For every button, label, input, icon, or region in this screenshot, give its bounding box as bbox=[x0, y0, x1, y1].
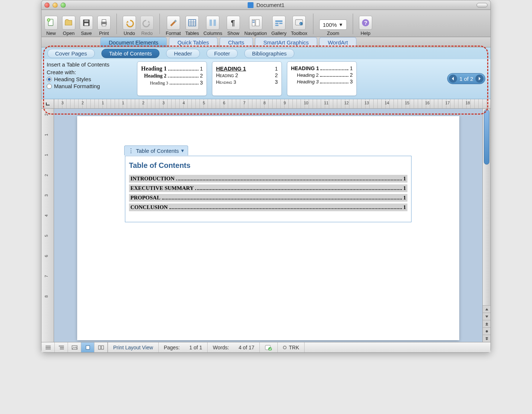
ruler-corner-button[interactable] bbox=[42, 99, 54, 108]
titlebar-grip[interactable] bbox=[477, 3, 488, 7]
format-button[interactable]: Format bbox=[165, 16, 181, 36]
toc-entry[interactable]: EXECUTIVE SUMMARY1 bbox=[129, 184, 407, 192]
leader-dots bbox=[162, 199, 402, 199]
svg-rect-7 bbox=[102, 24, 106, 26]
toc-entry[interactable]: INTRODUCTION1 bbox=[129, 175, 407, 183]
ruler-number: 17 bbox=[445, 101, 450, 105]
subtab-cover-pages[interactable]: Cover Pages bbox=[47, 49, 95, 58]
horizontal-ruler[interactable]: 321123456789101112131415161718 bbox=[54, 99, 490, 108]
print-button[interactable]: Print bbox=[97, 16, 111, 36]
toc-field-tab[interactable]: ⋮ Table of Contents ▾ bbox=[124, 145, 188, 155]
tab-smartart[interactable]: SmartArt Graphics bbox=[255, 37, 317, 47]
tab-charts[interactable]: Charts bbox=[220, 37, 253, 47]
svg-text:i: i bbox=[300, 22, 301, 25]
navigation-button[interactable]: Navigation bbox=[244, 16, 267, 36]
close-button[interactable] bbox=[44, 3, 50, 8]
radio-heading-styles[interactable]: Heading Styles bbox=[47, 76, 132, 82]
word-count-status[interactable]: Words: 4 of 17 bbox=[208, 342, 260, 352]
document-page[interactable]: ⋮ Table of Contents ▾ Table of Contents … bbox=[77, 116, 459, 340]
prev-page-button[interactable] bbox=[483, 320, 490, 327]
scroll-thumb[interactable] bbox=[484, 109, 489, 165]
toc-entry-page: 1 bbox=[403, 195, 406, 201]
ruler-number: 1 bbox=[44, 134, 48, 136]
toc-style-1[interactable]: Heading 11 Heading 22 Heading 33 bbox=[137, 61, 207, 96]
toc-entry[interactable]: PROPOSAL1 bbox=[129, 194, 407, 202]
toc-style-3[interactable]: HEADING 11 Heading 22 Heading 33 bbox=[287, 61, 357, 96]
next-page-button[interactable] bbox=[483, 335, 490, 342]
undo-button[interactable]: Undo bbox=[122, 16, 137, 36]
vertical-ruler[interactable]: 2112345678 bbox=[42, 109, 54, 342]
svg-rect-14 bbox=[256, 19, 259, 26]
subtab-header[interactable]: Header bbox=[166, 49, 200, 58]
current-view-label: Print Layout View bbox=[108, 342, 159, 352]
toc-entry-text: EXECUTIVE SUMMARY bbox=[130, 185, 194, 191]
show-button[interactable]: ¶ Show bbox=[226, 16, 241, 36]
zoom-control[interactable]: 100% ▾ Zoom bbox=[319, 19, 347, 36]
vertical-scrollbar[interactable] bbox=[482, 109, 490, 342]
tab-wordart[interactable]: WordArt bbox=[319, 37, 356, 47]
radio-icon bbox=[47, 77, 52, 82]
scroll-track[interactable] bbox=[483, 109, 490, 305]
ruler-number: 2 bbox=[142, 101, 144, 105]
help-button[interactable]: ? Help bbox=[358, 16, 373, 36]
zoom-button[interactable] bbox=[61, 3, 66, 8]
ruler-number: 12 bbox=[344, 101, 349, 105]
toc-entry-page: 1 bbox=[403, 204, 406, 210]
ruler-number: 4 bbox=[183, 101, 185, 105]
pager-prev-button[interactable] bbox=[449, 75, 457, 83]
radio-manual-formatting[interactable]: Manual Formatting bbox=[47, 83, 132, 89]
page-status[interactable]: Pages: 1 of 1 bbox=[159, 342, 208, 352]
minimize-button[interactable] bbox=[53, 3, 58, 8]
ruler-number: 1 bbox=[102, 101, 104, 105]
redo-button[interactable]: Redo bbox=[140, 16, 154, 36]
pager-next-button[interactable] bbox=[475, 75, 484, 83]
ruler-number: 18 bbox=[466, 101, 470, 105]
toolbox-button[interactable]: i Toolbox bbox=[290, 16, 308, 36]
print-icon bbox=[97, 16, 111, 30]
gallery-button[interactable]: Gallery bbox=[270, 16, 287, 36]
view-print-layout-button[interactable] bbox=[81, 342, 94, 352]
subtab-table-of-contents[interactable]: Table of Contents bbox=[101, 49, 160, 58]
toc-style-2[interactable]: HEADING 11 Heading 22 Heading 33 bbox=[212, 61, 282, 96]
ruler-number: 15 bbox=[405, 101, 409, 105]
track-changes-status[interactable]: TRK bbox=[278, 342, 305, 352]
tab-document-elements[interactable]: Document Elements bbox=[100, 37, 167, 47]
scroll-up-button[interactable] bbox=[483, 305, 490, 313]
subtab-footer[interactable]: Footer bbox=[206, 49, 238, 58]
new-button[interactable]: New bbox=[44, 16, 58, 36]
spell-check-status[interactable] bbox=[260, 342, 278, 352]
tab-selector-icon bbox=[45, 101, 50, 107]
toc-field-box[interactable]: Table of Contents INTRODUCTION1EXECUTIVE… bbox=[125, 156, 411, 222]
toc-entry[interactable]: CONCLUSION1 bbox=[129, 204, 407, 211]
zoom-input[interactable]: 100% ▾ bbox=[319, 19, 346, 30]
ruler-number: 5 bbox=[203, 101, 205, 105]
sub-ribbon-body: Insert a Table of Contents Create with: … bbox=[42, 59, 490, 99]
open-button[interactable]: Open bbox=[61, 16, 76, 36]
ribbon-tabs: Document Elements Quick Tables Charts Sm… bbox=[42, 37, 490, 47]
browse-object-button[interactable] bbox=[483, 327, 490, 335]
svg-rect-17 bbox=[275, 21, 283, 22]
view-publishing-button[interactable] bbox=[68, 342, 81, 352]
columns-button[interactable]: Columns bbox=[203, 16, 223, 36]
subtab-bibliographies[interactable]: Bibliographies bbox=[244, 49, 294, 58]
tab-quick-tables[interactable]: Quick Tables bbox=[169, 37, 218, 47]
ruler-number: 1 bbox=[44, 154, 48, 156]
ruler-number: 4 bbox=[44, 215, 48, 217]
svg-rect-9 bbox=[188, 19, 196, 26]
view-draft-button[interactable] bbox=[42, 342, 55, 352]
status-bar: Print Layout View Pages: 1 of 1 Words: 4… bbox=[42, 342, 490, 352]
view-outline-button[interactable] bbox=[55, 342, 68, 352]
chevron-down-icon: ▾ bbox=[181, 147, 184, 154]
scroll-down-button[interactable] bbox=[483, 313, 490, 320]
tables-button[interactable]: Tables bbox=[184, 16, 200, 36]
ruler-number: 2 bbox=[82, 101, 84, 105]
svg-rect-29 bbox=[98, 346, 101, 349]
save-button[interactable]: Save bbox=[79, 16, 94, 36]
svg-rect-3 bbox=[85, 20, 89, 22]
document-scroll-area[interactable]: ⋮ Table of Contents ▾ Table of Contents … bbox=[54, 109, 482, 342]
ruler-number: 6 bbox=[44, 255, 48, 257]
toc-entry-text: CONCLUSION bbox=[130, 204, 168, 210]
view-notebook-button[interactable] bbox=[94, 342, 108, 352]
ruler-row: 321123456789101112131415161718 bbox=[42, 99, 490, 109]
ruler-number: 10 bbox=[304, 101, 308, 105]
